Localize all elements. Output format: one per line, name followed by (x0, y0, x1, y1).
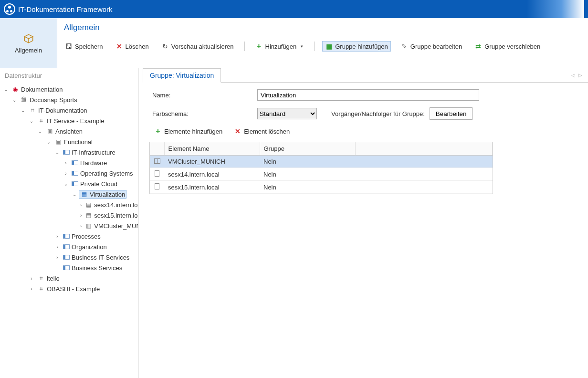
element-grid[interactable]: Element Name Gruppe VMCluster_MUNICHNein… (149, 142, 493, 194)
layer-icon (72, 181, 78, 186)
ribbon-tab-allgemein[interactable]: Allgemein (0, 18, 57, 68)
cluster-icon: ▥ (84, 222, 92, 230)
detail-tab-group[interactable]: Gruppe: Virtualization (143, 68, 221, 83)
plus-icon: + (154, 127, 162, 135)
chevron-right-icon[interactable]: › (29, 276, 34, 281)
delete-label: Löschen (126, 43, 149, 50)
table-row[interactable]: sesx14.intern.localNein (150, 168, 493, 181)
save-button[interactable]: 🖫Speichern (62, 41, 106, 52)
form-row-name: Name: (143, 83, 588, 101)
pencil-icon: ✎ (400, 42, 408, 50)
edit-predecessor-button[interactable]: Bearbeiten (430, 107, 472, 120)
chevron-right-icon[interactable]: › (80, 223, 82, 229)
main: Datenstruktur ⌄◉Dokumentation ⌄🏛Docusnap… (0, 68, 588, 378)
chevron-right-icon[interactable]: › (80, 202, 82, 208)
edit-group-button[interactable]: ✎Gruppe bearbeiten (398, 41, 465, 52)
server-icon: ▤ (84, 211, 92, 219)
tree-item-host1[interactable]: ›▤sesx14.intern.local (80, 200, 138, 210)
tree-item-dokumentation[interactable]: ⌄◉Dokumentation (3, 84, 138, 94)
add-button[interactable]: +Hinzufügen▼ (252, 41, 307, 52)
chevron-down-icon[interactable]: ⌄ (54, 150, 60, 155)
hierarchy-icon: ⌗ (37, 274, 45, 282)
delete-element-button[interactable]: ✕Element löschen (232, 126, 292, 136)
cell-group: Nein (260, 168, 355, 181)
server-icon (155, 183, 159, 189)
tree-item-it-infra[interactable]: ⌄IT-Infrastructure (54, 147, 138, 158)
tree-item-cluster[interactable]: ›▥VMCluster_MUNICH (80, 220, 138, 231)
refresh-button[interactable]: ↻Vorschau aktualisieren (158, 41, 237, 52)
tree-item-hardware[interactable]: ›Hardware (63, 158, 138, 168)
grid-header-name[interactable]: Element Name (164, 142, 260, 156)
chevron-down-icon[interactable]: ⌄ (46, 139, 52, 145)
tree-item-host2[interactable]: ›▤sesx15.intern.local (80, 210, 138, 220)
chevron-right-icon[interactable]: › (63, 160, 69, 166)
grid-header-icon[interactable] (150, 142, 164, 156)
chevron-down-icon[interactable]: ⌄ (72, 192, 77, 197)
tree[interactable]: ⌄◉Dokumentation ⌄🏛Docusnap Sports ⌄⌗IT-D… (0, 83, 138, 378)
tree-item-business-it[interactable]: ›Business IT-Services (54, 252, 138, 262)
building-icon: 🏛 (20, 96, 28, 104)
layer-icon (63, 234, 70, 239)
chevron-right-icon[interactable]: › (54, 234, 60, 239)
group-add-icon: ▦ (325, 42, 333, 50)
move-group-button[interactable]: ⇄Gruppe verschieben (472, 41, 543, 52)
chevron-right-icon[interactable]: › (29, 286, 34, 292)
cube-icon: ▣ (46, 127, 53, 135)
cell-name: VMCluster_MUNICH (164, 156, 260, 168)
chevron-down-icon[interactable]: ⌄ (11, 97, 17, 103)
chevron-down-icon[interactable]: ⌄ (63, 181, 69, 187)
grid-header-extra[interactable] (355, 142, 493, 156)
cell-group: Nein (260, 181, 355, 194)
toolbar: 🖫Speichern ✕Löschen ↻Vorschau aktualisie… (57, 32, 588, 56)
ribbon-content: Allgemein 🖫Speichern ✕Löschen ↻Vorschau … (57, 18, 588, 68)
delete-button[interactable]: ✕Löschen (113, 41, 152, 52)
cell-group: Nein (260, 156, 355, 168)
cube-icon: ▣ (54, 138, 62, 146)
add-group-button[interactable]: ▦Gruppe hinzufügen (322, 41, 391, 52)
tab-pager[interactable]: ◁ ▷ (571, 73, 588, 78)
tree-item-virtualization[interactable]: ⌄▦Virtualization (72, 189, 138, 200)
sidebar: Datenstruktur ⌄◉Dokumentation ⌄🏛Docusnap… (0, 68, 138, 378)
detail-panel: Gruppe: Virtualization ◁ ▷ Name: Farbsch… (138, 68, 588, 378)
tree-item-service[interactable]: ⌄⌗IT Service - Example (29, 116, 138, 126)
tree-item-os[interactable]: ›Operating Systems (63, 168, 138, 178)
tree-label: Operating Systems (80, 170, 133, 177)
tree-label: Private Cloud (80, 180, 117, 188)
tree-item-itdoc[interactable]: ⌄⌗IT-Dokumentation (20, 105, 138, 116)
tree-item-processes[interactable]: ›Processes (54, 231, 138, 242)
table-row[interactable]: sesx15.intern.localNein (150, 181, 493, 194)
add-element-label: Elemente hinzufügen (164, 128, 222, 135)
hierarchy-icon: ⌗ (37, 285, 45, 293)
cell-name: sesx14.intern.local (164, 168, 260, 181)
tree-label: Docusnap Sports (30, 96, 77, 104)
add-label: Hinzufügen (265, 43, 297, 50)
chevron-down-icon[interactable]: ⌄ (3, 87, 9, 92)
tree-item-organization[interactable]: ›Organization (54, 242, 138, 252)
scheme-select[interactable]: Standard (257, 108, 317, 119)
tree-item-itelio[interactable]: ›⌗itelio (29, 273, 138, 284)
ribbon-header: Allgemein (57, 18, 588, 32)
name-input[interactable] (257, 89, 479, 101)
chevron-right-icon[interactable]: › (63, 171, 69, 176)
add-element-button[interactable]: +Elemente hinzufügen (152, 126, 224, 136)
chevron-down-icon[interactable]: ⌄ (37, 129, 43, 134)
tree-item-obashi[interactable]: ›⌗OBASHI - Example (29, 284, 138, 294)
tree-item-company[interactable]: ⌄🏛Docusnap Sports (11, 94, 138, 105)
tree-item-views[interactable]: ⌄▣Ansichten (37, 126, 138, 136)
chevron-right-icon[interactable]: › (54, 244, 60, 250)
chevron-down-icon[interactable]: ⌄ (20, 108, 26, 113)
chevron-right-icon[interactable]: › (80, 213, 82, 218)
scheme-label: Farbschema: (152, 110, 252, 117)
server-icon: ▤ (84, 201, 92, 209)
tree-label: OBASHI - Example (47, 285, 100, 293)
tree-item-private-cloud[interactable]: ⌄Private Cloud (63, 178, 138, 189)
grid-header-group[interactable]: Gruppe (260, 142, 355, 156)
plus-icon: + (255, 42, 263, 50)
tree-label: VMCluster_MUNICH (94, 222, 138, 230)
chevron-down-icon[interactable]: ⌄ (29, 118, 34, 124)
tree-label: Ansichten (55, 128, 83, 135)
chevron-right-icon[interactable]: › (54, 255, 60, 260)
table-row[interactable]: VMCluster_MUNICHNein (150, 156, 493, 168)
tree-item-business-services[interactable]: ›Business Services (54, 262, 138, 273)
tree-item-functional[interactable]: ⌄▣Functional (46, 136, 138, 147)
